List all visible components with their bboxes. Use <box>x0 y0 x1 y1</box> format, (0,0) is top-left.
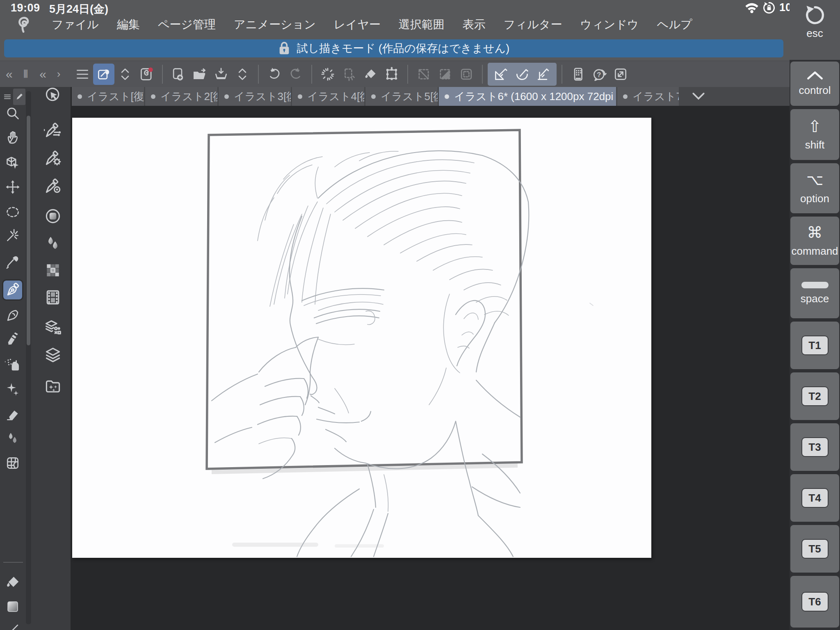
menu-edit[interactable]: 編集 <box>117 17 140 32</box>
tab-dot-icon <box>298 94 302 99</box>
canvas-viewport[interactable] <box>71 106 790 630</box>
palette-edit-tab[interactable] <box>13 89 25 105</box>
save-options-chevrons[interactable] <box>232 64 253 85</box>
tool-eyedropper[interactable] <box>3 252 22 271</box>
tab-illust-2[interactable]: イラスト2[復元 <box>145 87 217 106</box>
tab-dot-icon <box>623 94 628 99</box>
clear-selection-button[interactable] <box>413 64 434 85</box>
tool-pan-hand[interactable] <box>3 128 22 147</box>
expand-right-icon[interactable]: › <box>57 68 61 80</box>
menu-animation[interactable]: アニメーション <box>234 17 316 32</box>
subtool-vector-focus[interactable] <box>43 176 63 196</box>
menu-filter[interactable]: フィルター <box>504 17 562 32</box>
new-canvas-button[interactable] <box>168 64 189 85</box>
tool-blend[interactable] <box>3 429 22 448</box>
tab-illust-4[interactable]: イラスト4[復元 <box>292 87 364 106</box>
subtool-layer-property[interactable] <box>43 317 63 338</box>
option-icon: ⌥ <box>806 172 823 188</box>
subtool-shape-ring[interactable] <box>43 206 63 226</box>
invert-selection-button[interactable] <box>434 64 456 85</box>
subtool-timeline-film[interactable] <box>43 287 63 308</box>
tab-illust-3[interactable]: イラスト3[復元 <box>219 87 291 106</box>
subtool-material-folder[interactable] <box>43 376 63 396</box>
edge-keyboard-button[interactable] <box>567 64 589 85</box>
main-menu-button[interactable] <box>72 64 93 85</box>
tool-fill-bucket[interactable] <box>3 573 22 591</box>
snap-to-ruler-button[interactable] <box>490 64 511 85</box>
select-launcher-button[interactable] <box>317 64 338 85</box>
tool-scrollbar[interactable] <box>26 91 31 624</box>
toolbar-collapse-chevrons[interactable] <box>114 64 136 85</box>
menu-window[interactable]: ウィンドウ <box>580 17 639 32</box>
tool-eraser[interactable] <box>3 404 22 423</box>
subtool-vector-settings[interactable] <box>43 148 63 168</box>
help-button[interactable]: ? <box>589 64 610 85</box>
menu-file[interactable]: ファイル <box>52 17 99 32</box>
key-t4[interactable]: T4 <box>790 474 839 522</box>
subtool-color-set-grid[interactable] <box>43 260 63 281</box>
key-option[interactable]: ⌥ option <box>790 163 839 213</box>
key-control[interactable]: control <box>790 62 839 106</box>
key-t5[interactable]: T5 <box>790 525 839 573</box>
redo-button[interactable] <box>285 64 306 85</box>
subtool-object-select[interactable] <box>43 84 63 105</box>
key-command[interactable]: ⌘ command <box>790 217 839 265</box>
transform-button[interactable] <box>381 64 402 85</box>
key-esc-label: esc <box>806 27 823 40</box>
tool-scrollbar-thumb[interactable] <box>27 116 30 345</box>
key-t6[interactable]: T6 <box>790 576 839 628</box>
tool-pen-selected[interactable] <box>3 281 22 299</box>
menu-help[interactable]: ヘルプ <box>657 17 692 32</box>
palette-menu-icon[interactable] <box>2 89 13 105</box>
fullscreen-button[interactable] <box>610 64 631 85</box>
clip-studio-badge-button[interactable] <box>136 64 157 85</box>
tool-airbrush[interactable] <box>3 355 22 374</box>
deselect-button[interactable] <box>338 64 360 85</box>
tool-auto-select-wand[interactable] <box>3 226 22 245</box>
tool-zoom[interactable] <box>3 104 22 123</box>
collapse-left2-icon[interactable]: « <box>39 67 46 81</box>
collapse-left-icon[interactable]: « <box>6 67 13 81</box>
snap-to-special-ruler-button[interactable] <box>511 64 533 85</box>
fill-selection-button[interactable] <box>360 64 381 85</box>
undo-button[interactable] <box>264 64 285 85</box>
tab-list-chevron-button[interactable] <box>680 87 717 106</box>
tool-figure-line[interactable] <box>3 621 22 630</box>
tool-move-layer[interactable] <box>3 178 22 196</box>
tab-illust-5[interactable]: イラスト5[復元 <box>365 87 438 106</box>
snap-to-grid-button[interactable] <box>533 64 554 85</box>
canvas-document[interactable] <box>72 118 651 558</box>
key-t2[interactable]: T2 <box>790 372 839 420</box>
subtool-tone-drops[interactable] <box>43 233 63 253</box>
key-t1[interactable]: T1 <box>790 322 839 369</box>
menu-view[interactable]: 表示 <box>463 17 486 32</box>
tab-illust-1[interactable]: イラスト[復元]* <box>72 87 144 106</box>
tool-marker[interactable] <box>3 330 22 349</box>
subtool-vector-line[interactable] <box>43 120 63 140</box>
open-file-button[interactable] <box>189 64 210 85</box>
tool-operate-3d[interactable] <box>3 154 22 173</box>
key-esc[interactable]: esc <box>790 0 840 60</box>
tool-felt-pen[interactable] <box>3 306 22 325</box>
subtool-layers[interactable] <box>43 345 63 365</box>
selection-border-button[interactable] <box>456 64 477 85</box>
menu-page-manage[interactable]: ページ管理 <box>158 17 216 32</box>
tool-gradient[interactable] <box>3 597 22 616</box>
tool-liquify[interactable] <box>3 454 22 472</box>
trial-mode-banner: 試し描きモード (作品の保存はできません) <box>4 39 783 57</box>
tool-decoration[interactable] <box>3 380 22 399</box>
tab-illust-6-active[interactable]: イラスト6* (1600 x 1200px 72dpi 89.4%) <box>439 87 616 106</box>
tab-dot-icon <box>371 94 376 99</box>
menu-selection[interactable]: 選択範囲 <box>399 17 445 32</box>
palette-handle-icon[interactable]: ⦀ <box>23 68 29 80</box>
reset-rotate-icon <box>803 3 827 27</box>
tool-ellipse-select[interactable] <box>3 203 22 221</box>
key-shift[interactable]: ⇧ shift <box>790 109 839 160</box>
pen-cursor-mode-button[interactable] <box>93 64 114 85</box>
key-space[interactable]: space <box>790 268 839 318</box>
key-t3[interactable]: T3 <box>790 423 839 471</box>
edge-keyboard-column: esc control ⇧ shift ⌥ option ⌘ command s… <box>790 0 840 630</box>
menu-layer[interactable]: レイヤー <box>334 17 381 32</box>
tab-illust-7[interactable]: イラスト7* <box>617 87 679 106</box>
save-file-button[interactable] <box>210 64 232 85</box>
